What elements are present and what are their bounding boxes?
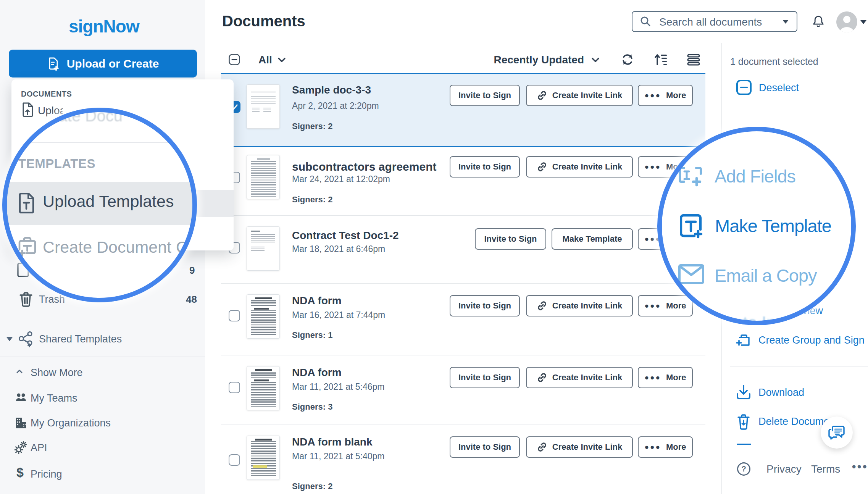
svg-text:?: ? (741, 465, 746, 473)
